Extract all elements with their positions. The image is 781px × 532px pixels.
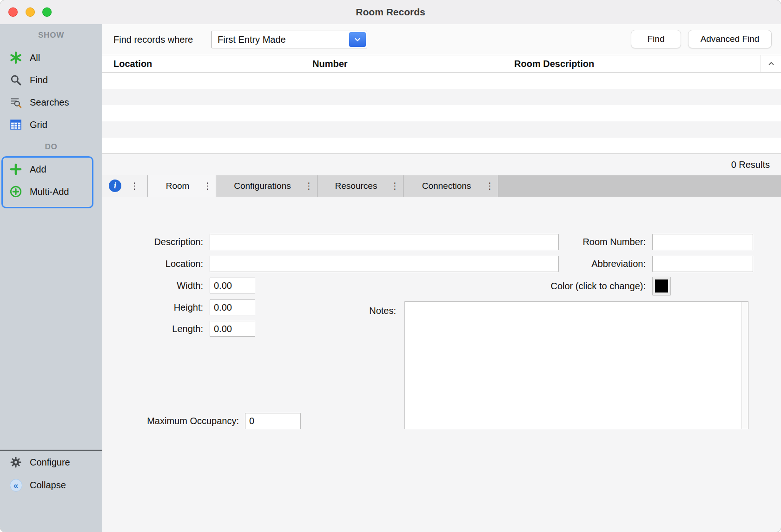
sidebar-item-find[interactable]: Find — [0, 69, 102, 91]
notes-textarea[interactable] — [405, 302, 741, 429]
color-picker-button[interactable] — [652, 277, 671, 295]
height-input[interactable] — [210, 299, 255, 315]
grid-icon — [8, 119, 23, 131]
height-label: Height: — [113, 299, 203, 316]
notes-label: Notes: — [303, 303, 396, 319]
width-input[interactable] — [210, 278, 255, 293]
tab-label: Connections — [422, 181, 471, 191]
column-header-room-description[interactable]: Room Description — [514, 55, 594, 72]
results-table-body — [102, 73, 781, 154]
location-label: Location: — [113, 256, 203, 272]
table-row — [102, 138, 781, 154]
plus-icon — [8, 163, 23, 176]
dropdown-selected-value: First Entry Made — [218, 31, 286, 48]
tab-resources[interactable]: Resources ⋮ — [318, 175, 404, 197]
plus-circle-icon — [8, 185, 23, 198]
abbreviation-input[interactable] — [652, 256, 753, 272]
table-row — [102, 105, 781, 121]
length-input[interactable] — [210, 321, 255, 337]
sidebar-item-label: All — [30, 53, 40, 63]
tab-label: Room — [166, 181, 190, 191]
sidebar-item-configure[interactable]: Configure — [0, 451, 102, 473]
sidebar-item-multi-add[interactable]: Multi-Add — [0, 180, 102, 203]
tab-connections[interactable]: Connections ⋮ — [404, 175, 498, 197]
table-row — [102, 89, 781, 105]
asterisk-icon — [8, 51, 23, 64]
sidebar-section-do: DO — [0, 140, 102, 153]
dots-menu-icon[interactable]: ⋮ — [203, 175, 212, 197]
sidebar-item-label: Find — [30, 75, 48, 86]
info-icon[interactable]: i — [109, 180, 121, 192]
sidebar-item-label: Add — [30, 164, 46, 175]
tab-label: Resources — [335, 181, 377, 191]
results-strip: 0 Results — [102, 154, 781, 175]
dots-menu-icon[interactable]: ⋮ — [390, 175, 399, 197]
sidebar-section-show: SHOW — [0, 29, 102, 42]
results-count: 0 Results — [731, 154, 770, 175]
tab-bar: i ⋮ Room ⋮ Configurations ⋮ Resources ⋮ … — [102, 175, 781, 197]
titlebar: Room Records — [0, 0, 781, 24]
description-label: Description: — [113, 234, 203, 250]
tab-label: Configurations — [234, 181, 291, 191]
color-label: Color (click to change): — [506, 278, 646, 294]
tab-room[interactable]: Room ⋮ — [148, 175, 216, 197]
sidebar-item-add[interactable]: Add — [0, 158, 102, 180]
table-row — [102, 121, 781, 138]
find-records-dropdown[interactable]: First Entry Made — [212, 31, 367, 48]
saved-search-icon — [8, 96, 23, 108]
sidebar-item-grid[interactable]: Grid — [0, 113, 102, 136]
sidebar-item-searches[interactable]: Searches — [0, 91, 102, 113]
collapse-circle-icon: « — [8, 479, 23, 492]
sidebar-divider — [0, 450, 102, 451]
sidebar-item-label: Grid — [30, 120, 47, 130]
sidebar: SHOW All Find Searches Grid DO — [0, 24, 102, 532]
sort-ascending-icon[interactable] — [761, 55, 781, 72]
maximum-occupancy-label: Maximum Occupancy: — [113, 413, 239, 429]
table-row — [102, 73, 781, 89]
sidebar-item-label: Searches — [30, 97, 69, 108]
results-table-header: Location Number Room Description — [102, 55, 781, 73]
dots-menu-icon[interactable]: ⋮ — [485, 175, 494, 197]
room-records-window: Room Records SHOW All Find Searches — [0, 0, 781, 532]
find-button[interactable]: Find — [631, 30, 681, 48]
color-swatch — [655, 279, 668, 293]
advanced-find-button[interactable]: Advanced Find — [688, 30, 772, 48]
maximum-occupancy-input[interactable] — [245, 413, 301, 429]
sidebar-item-collapse[interactable]: « Collapse — [0, 474, 102, 496]
column-header-location[interactable]: Location — [113, 55, 152, 72]
dots-menu-icon[interactable]: ⋮ — [130, 175, 139, 197]
window-title: Room Records — [0, 0, 781, 24]
sidebar-item-all[interactable]: All — [0, 47, 102, 69]
column-header-number[interactable]: Number — [312, 55, 348, 72]
magnifier-icon — [8, 74, 23, 86]
tab-info-segment: i ⋮ — [102, 175, 148, 197]
notes-scrollbar[interactable] — [741, 302, 748, 429]
width-label: Width: — [113, 278, 203, 294]
find-bar: Find records where First Entry Made Find… — [102, 24, 781, 55]
close-button[interactable] — [8, 7, 18, 17]
sidebar-item-label: Multi-Add — [30, 186, 69, 197]
sidebar-item-label: Configure — [30, 457, 70, 468]
room-number-input[interactable] — [652, 234, 753, 250]
room-number-label: Room Number: — [506, 234, 646, 250]
notes-field-frame — [404, 301, 748, 429]
find-records-where-label: Find records where — [113, 24, 193, 55]
chevron-down-icon[interactable] — [349, 32, 366, 47]
tab-bar-filler — [498, 175, 781, 197]
minimize-button[interactable] — [26, 7, 35, 17]
abbreviation-label: Abbreviation: — [506, 256, 646, 272]
length-label: Length: — [113, 321, 203, 337]
dots-menu-icon[interactable]: ⋮ — [304, 175, 313, 197]
sidebar-item-label: Collapse — [30, 480, 66, 491]
room-form: Description: Room Number: Location: Abbr… — [102, 197, 781, 532]
gear-icon — [8, 456, 23, 468]
zoom-button[interactable] — [42, 7, 52, 17]
tab-configurations[interactable]: Configurations ⋮ — [216, 175, 318, 197]
